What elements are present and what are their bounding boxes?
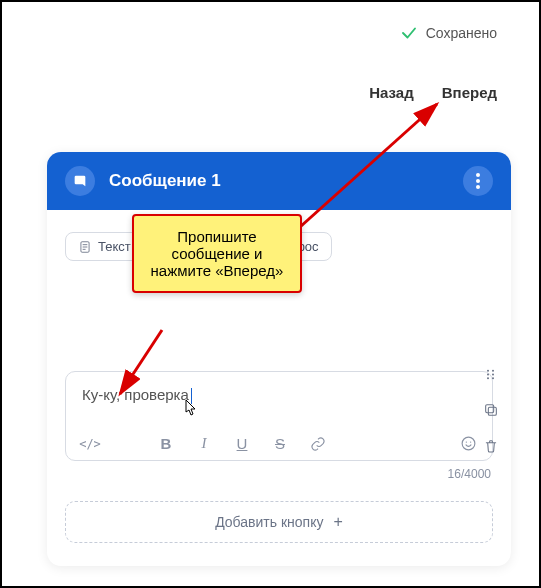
dots-vertical-icon	[476, 173, 480, 189]
italic-button[interactable]: I	[194, 435, 214, 452]
copy-icon[interactable]	[483, 402, 499, 418]
svg-point-12	[492, 374, 494, 376]
bold-button[interactable]: B	[156, 435, 176, 452]
editor-side-actions	[483, 367, 499, 454]
emoji-button[interactable]	[458, 435, 478, 452]
underline-button[interactable]: U	[232, 435, 252, 452]
svg-rect-16	[486, 405, 494, 413]
editor-content: Ку-ку, проверка	[82, 386, 189, 403]
svg-point-6	[462, 437, 475, 450]
save-status: Сохранено	[400, 24, 497, 42]
plus-icon: +	[333, 513, 342, 531]
svg-point-14	[492, 377, 494, 379]
editor-toolbar: </> B I U S	[80, 435, 478, 452]
doc-icon	[78, 240, 92, 254]
svg-point-1	[476, 179, 480, 183]
char-counter: 16/4000	[65, 467, 491, 481]
svg-rect-15	[488, 407, 496, 415]
nav-row: Назад Вперед	[369, 84, 497, 101]
svg-point-10	[492, 370, 494, 372]
message-icon	[65, 166, 95, 196]
smile-icon	[460, 435, 477, 452]
svg-point-9	[487, 370, 489, 372]
message-editor[interactable]: Ку-ку, проверка </> B I U S	[65, 371, 493, 461]
code-button[interactable]: </>	[80, 437, 100, 451]
link-icon	[310, 436, 326, 452]
card-header: Сообщение 1	[47, 152, 511, 210]
nav-back[interactable]: Назад	[369, 84, 413, 101]
svg-point-0	[476, 173, 480, 177]
editor-wrap: Ку-ку, проверка </> B I U S 16/4000	[65, 371, 493, 481]
check-icon	[400, 24, 418, 42]
svg-point-7	[465, 441, 466, 442]
instruction-callout: Пропишите сообщение и нажмите «Вперед»	[132, 214, 302, 293]
add-button-row[interactable]: Добавить кнопку +	[65, 501, 493, 543]
add-button-label: Добавить кнопку	[215, 514, 323, 530]
svg-point-11	[487, 374, 489, 376]
save-status-label: Сохранено	[426, 25, 497, 41]
drag-handle-icon[interactable]	[483, 367, 498, 382]
card-title: Сообщение 1	[109, 171, 449, 191]
card-menu-button[interactable]	[463, 166, 493, 196]
nav-forward[interactable]: Вперед	[442, 84, 497, 101]
link-button[interactable]	[308, 436, 328, 452]
svg-point-8	[469, 441, 470, 442]
trash-icon[interactable]	[483, 438, 499, 454]
chip-text-label: Текст	[98, 239, 131, 254]
svg-point-13	[487, 377, 489, 379]
callout-text: Пропишите сообщение и нажмите «Вперед»	[151, 228, 284, 279]
text-caret	[191, 388, 192, 404]
strike-button[interactable]: S	[270, 435, 290, 452]
svg-point-2	[476, 185, 480, 189]
